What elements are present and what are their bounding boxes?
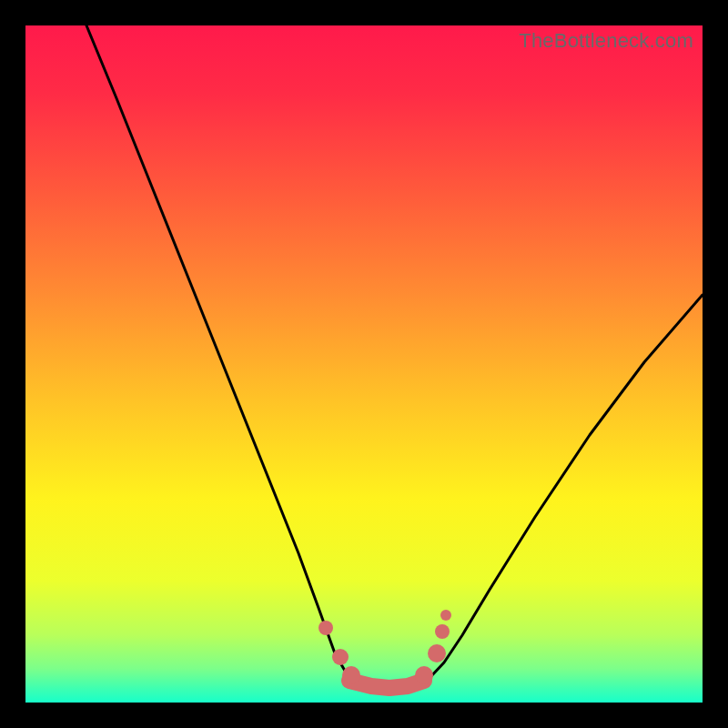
marker-right-dot-4	[440, 610, 451, 621]
series-valley-band	[349, 681, 424, 688]
series-right-curve	[417, 295, 703, 682]
plot-area: TheBottleneck.com	[25, 25, 703, 703]
marker-left-dot-3	[342, 666, 360, 684]
marker-left-dot-1	[318, 621, 333, 635]
marker-left-dot-2	[332, 649, 349, 665]
marker-right-dot-1	[415, 666, 433, 684]
series-left-curve	[86, 25, 360, 682]
chart-curves	[25, 25, 703, 703]
outer-black-frame: TheBottleneck.com	[0, 0, 728, 728]
marker-right-dot-2	[428, 644, 446, 662]
marker-right-dot-3	[435, 624, 450, 639]
